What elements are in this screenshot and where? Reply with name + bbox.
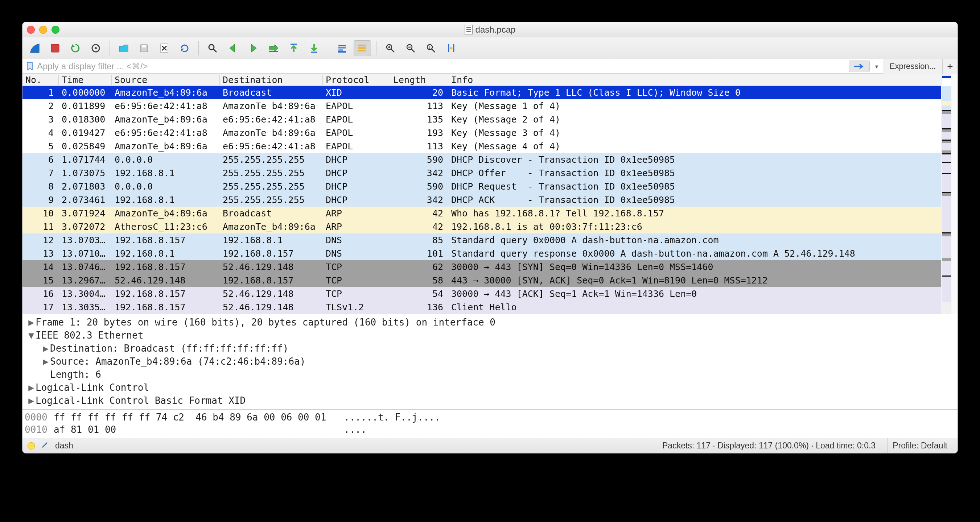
zoom-window-button[interactable]: [51, 26, 59, 34]
col-header-source[interactable]: Source: [112, 75, 220, 85]
zoom-reset-icon[interactable]: 1: [422, 40, 439, 56]
col-header-destination[interactable]: Destination: [220, 75, 323, 85]
reload-icon[interactable]: [176, 40, 193, 56]
tree-row[interactable]: ▶Frame 1: 20 bytes on wire (160 bits), 2…: [22, 316, 958, 329]
stop-icon[interactable]: [46, 40, 64, 56]
packet-row[interactable]: 1713.3035…192.168.8.15752.46.129.148TLSv…: [22, 300, 941, 314]
packet-details-pane[interactable]: ▶Frame 1: 20 bytes on wire (160 bits), 2…: [22, 314, 958, 409]
col-header-length[interactable]: Length: [390, 75, 448, 85]
svg-rect-17: [358, 50, 366, 51]
status-bar: dash Packets: 117 · Displayed: 117 (100.…: [22, 438, 958, 453]
expert-info-icon[interactable]: [27, 442, 35, 449]
window-title: dash.pcap: [476, 25, 516, 35]
packet-row[interactable]: 1213.0703…192.168.8.157192.168.8.1DNS85S…: [22, 233, 941, 247]
zoom-in-icon[interactable]: [382, 40, 399, 56]
disclosure-triangle-icon[interactable]: ▶: [41, 356, 50, 367]
packet-row[interactable]: 1313.0710…192.168.8.1192.168.8.157DNS101…: [22, 247, 941, 260]
svg-line-7: [213, 49, 216, 52]
tree-row[interactable]: ▶Logical-Link Control Basic Format XID: [22, 394, 958, 407]
svg-line-26: [432, 49, 435, 52]
options-icon[interactable]: [87, 40, 105, 56]
svg-line-19: [391, 49, 394, 52]
back-icon[interactable]: [224, 40, 242, 56]
tree-row[interactable]: ▶Logical-Link Control: [22, 381, 958, 394]
packet-row[interactable]: 10.000000AmazonTe_b4:89:6aBroadcastXID20…: [22, 86, 941, 99]
col-header-info[interactable]: Info: [448, 75, 941, 85]
tree-row[interactable]: Length: 6: [22, 368, 958, 381]
col-header-time[interactable]: Time: [59, 75, 112, 85]
forward-icon[interactable]: [245, 40, 262, 56]
packet-bytes-pane[interactable]: 0000ff ff ff ff ff ff 74 c2 46 b4 89 6a …: [22, 409, 958, 438]
disclosure-triangle-icon[interactable]: ▶: [27, 317, 35, 328]
restart-icon[interactable]: [67, 40, 84, 56]
hex-row[interactable]: 0000ff ff ff ff ff ff 74 c2 46 b4 89 6a …: [25, 411, 958, 424]
packet-row[interactable]: 50.025849AmazonTe_b4:89:6ae6:95:6e:42:41…: [22, 140, 941, 153]
edit-capture-comment-icon[interactable]: [41, 441, 49, 451]
expression-button[interactable]: Expression...: [883, 59, 942, 74]
wireshark-window: dash.pcap: [22, 22, 958, 454]
packet-list-scrollbar[interactable]: [951, 74, 958, 314]
save-icon[interactable]: [135, 40, 153, 56]
packet-row[interactable]: 1613.3004…192.168.8.15752.46.129.148TCP5…: [22, 287, 941, 300]
open-icon[interactable]: [115, 40, 132, 56]
packet-row[interactable]: 40.019427e6:95:6e:42:41:a8AmazonTe_b4:89…: [22, 126, 941, 140]
packet-row[interactable]: 1513.2967…52.46.129.148192.168.8.157TCP5…: [22, 274, 941, 287]
svg-rect-16: [358, 47, 366, 49]
filter-history-dropdown[interactable]: ▾: [873, 60, 881, 72]
window-controls: [27, 26, 59, 34]
disclosure-triangle-icon[interactable]: ▶: [27, 382, 35, 393]
packet-list-header[interactable]: No. Time Source Destination Protocol Len…: [22, 74, 941, 86]
status-filename: dash: [55, 441, 73, 451]
display-filter-bar: ▾ Expression... +: [22, 59, 958, 74]
packet-row[interactable]: 61.0717440.0.0.0255.255.255.255DHCP590DH…: [22, 153, 941, 167]
tree-row[interactable]: ▶Source: AmazonTe_b4:89:6a (74:c2:46:b4:…: [22, 355, 958, 368]
colorize-icon[interactable]: [354, 40, 371, 56]
first-icon[interactable]: [285, 40, 302, 56]
packet-row[interactable]: 103.071924AmazonTe_b4:89:6aBroadcastARP4…: [22, 206, 941, 220]
packet-row[interactable]: 71.073075192.168.8.1255.255.255.255DHCP3…: [22, 167, 941, 180]
resize-columns-icon[interactable]: [442, 40, 460, 56]
packet-minimap[interactable]: [941, 74, 958, 314]
find-icon[interactable]: [204, 40, 221, 56]
packet-row[interactable]: 30.018300AmazonTe_b4:89:6ae6:95:6e:42:41…: [22, 113, 941, 126]
pcap-document-icon: [465, 25, 473, 35]
display-filter-input[interactable]: [35, 59, 849, 74]
svg-rect-4: [142, 45, 146, 48]
disclosure-triangle-icon[interactable]: ▶: [41, 343, 50, 354]
packet-row[interactable]: 20.011899e6:95:6e:42:41:a8AmazonTe_b4:89…: [22, 99, 941, 113]
packet-row[interactable]: 1413.0746…192.168.8.15752.46.129.148TCP6…: [22, 260, 941, 274]
main-toolbar: 1: [22, 37, 958, 59]
disclosure-triangle-icon[interactable]: ▶: [27, 395, 35, 406]
packet-list-pane: No. Time Source Destination Protocol Len…: [22, 74, 958, 314]
bookmark-icon[interactable]: [25, 59, 35, 74]
tree-row[interactable]: ▼IEEE 802.3 Ethernet: [22, 329, 958, 342]
close-window-button[interactable]: [27, 26, 35, 34]
svg-text:1: 1: [428, 45, 431, 49]
col-header-no[interactable]: No.: [22, 75, 59, 85]
goto-icon[interactable]: [265, 40, 282, 56]
zoom-out-icon[interactable]: [402, 40, 419, 56]
last-icon[interactable]: [305, 40, 323, 56]
col-header-protocol[interactable]: Protocol: [323, 75, 390, 85]
add-filter-button[interactable]: +: [942, 59, 958, 74]
svg-point-2: [95, 47, 97, 49]
packet-row[interactable]: 113.072072AtherosC_11:23:c6AmazonTe_b4:8…: [22, 220, 941, 233]
packet-row[interactable]: 92.073461192.168.8.1255.255.255.255DHCP3…: [22, 193, 941, 206]
apply-filter-button[interactable]: [849, 60, 870, 72]
hex-row[interactable]: 0010af 81 01 00....: [25, 424, 958, 436]
svg-point-6: [209, 44, 214, 50]
svg-line-23: [411, 49, 415, 52]
tree-row[interactable]: ▶Destination: Broadcast (ff:ff:ff:ff:ff:…: [22, 342, 958, 355]
shark-fin-icon[interactable]: [26, 40, 43, 56]
packet-list-body[interactable]: 10.000000AmazonTe_b4:89:6aBroadcastXID20…: [22, 86, 941, 314]
close-icon[interactable]: [156, 40, 173, 56]
svg-rect-14: [338, 51, 346, 52]
svg-rect-15: [358, 44, 366, 46]
disclosure-triangle-icon[interactable]: ▼: [27, 330, 35, 341]
status-packet-count: Packets: 117 · Displayed: 117 (100.0%) ·…: [657, 438, 881, 453]
status-profile[interactable]: Profile: Default: [887, 438, 953, 453]
packet-row[interactable]: 82.0718030.0.0.0255.255.255.255DHCP590DH…: [22, 180, 941, 193]
titlebar: dash.pcap: [22, 22, 958, 37]
autoscroll-icon[interactable]: [333, 40, 351, 56]
minimize-window-button[interactable]: [39, 26, 47, 34]
